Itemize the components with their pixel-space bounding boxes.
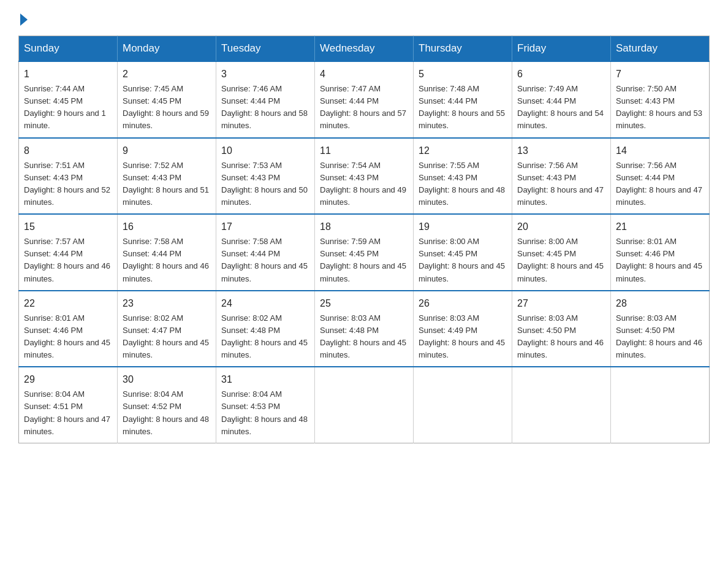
day-of-week-header: Thursday xyxy=(414,36,512,62)
day-info: Sunrise: 8:04 AMSunset: 4:51 PMDaylight:… xyxy=(24,388,112,438)
calendar-day-cell: 16Sunrise: 7:58 AMSunset: 4:44 PMDayligh… xyxy=(118,214,216,291)
day-number: 2 xyxy=(123,67,211,82)
calendar-day-cell: 29Sunrise: 8:04 AMSunset: 4:51 PMDayligh… xyxy=(19,367,118,443)
calendar-day-cell: 13Sunrise: 7:56 AMSunset: 4:43 PMDayligh… xyxy=(512,138,611,215)
day-number: 1 xyxy=(24,67,112,82)
day-info: Sunrise: 8:03 AMSunset: 4:50 PMDaylight:… xyxy=(517,312,605,362)
calendar-day-cell: 28Sunrise: 8:03 AMSunset: 4:50 PMDayligh… xyxy=(611,291,710,367)
logo xyxy=(18,12,28,23)
day-number: 18 xyxy=(320,220,408,234)
calendar-day-cell: 25Sunrise: 8:03 AMSunset: 4:48 PMDayligh… xyxy=(315,291,414,367)
calendar-day-cell: 14Sunrise: 7:56 AMSunset: 4:44 PMDayligh… xyxy=(611,138,710,215)
day-info: Sunrise: 7:57 AMSunset: 4:44 PMDaylight:… xyxy=(24,236,112,285)
day-info: Sunrise: 8:04 AMSunset: 4:53 PMDaylight:… xyxy=(221,388,309,438)
calendar-week-row: 15Sunrise: 7:57 AMSunset: 4:44 PMDayligh… xyxy=(19,214,710,291)
day-info: Sunrise: 8:02 AMSunset: 4:48 PMDaylight:… xyxy=(221,312,309,362)
day-number: 19 xyxy=(419,220,507,234)
day-of-week-header: Wednesday xyxy=(315,36,414,62)
calendar-day-cell: 19Sunrise: 8:00 AMSunset: 4:45 PMDayligh… xyxy=(414,214,512,291)
day-number: 31 xyxy=(221,372,309,387)
day-info: Sunrise: 8:03 AMSunset: 4:48 PMDaylight:… xyxy=(320,312,408,362)
calendar-day-cell: 31Sunrise: 8:04 AMSunset: 4:53 PMDayligh… xyxy=(216,367,315,443)
calendar-day-cell xyxy=(414,367,512,443)
day-number: 27 xyxy=(517,296,605,311)
calendar-day-cell: 3Sunrise: 7:46 AMSunset: 4:44 PMDaylight… xyxy=(216,61,315,138)
day-number: 14 xyxy=(616,144,704,158)
day-info: Sunrise: 7:45 AMSunset: 4:45 PMDaylight:… xyxy=(123,83,211,132)
day-info: Sunrise: 7:56 AMSunset: 4:44 PMDaylight:… xyxy=(616,159,704,209)
day-info: Sunrise: 8:01 AMSunset: 4:46 PMDaylight:… xyxy=(24,312,112,362)
calendar-day-cell: 30Sunrise: 8:04 AMSunset: 4:52 PMDayligh… xyxy=(118,367,216,443)
day-info: Sunrise: 7:50 AMSunset: 4:43 PMDaylight:… xyxy=(616,83,704,132)
day-info: Sunrise: 7:46 AMSunset: 4:44 PMDaylight:… xyxy=(221,83,309,132)
calendar-day-cell: 17Sunrise: 7:58 AMSunset: 4:44 PMDayligh… xyxy=(216,214,315,291)
day-info: Sunrise: 7:59 AMSunset: 4:45 PMDaylight:… xyxy=(320,236,408,285)
day-of-week-header: Tuesday xyxy=(216,36,315,62)
day-info: Sunrise: 7:54 AMSunset: 4:43 PMDaylight:… xyxy=(320,159,408,209)
calendar-day-cell: 24Sunrise: 8:02 AMSunset: 4:48 PMDayligh… xyxy=(216,291,315,367)
calendar-day-cell: 20Sunrise: 8:00 AMSunset: 4:45 PMDayligh… xyxy=(512,214,611,291)
day-info: Sunrise: 8:04 AMSunset: 4:52 PMDaylight:… xyxy=(123,388,211,438)
day-number: 6 xyxy=(517,67,605,82)
day-number: 28 xyxy=(616,296,704,311)
day-number: 20 xyxy=(517,220,605,234)
calendar-week-row: 22Sunrise: 8:01 AMSunset: 4:46 PMDayligh… xyxy=(19,291,710,367)
day-number: 29 xyxy=(24,372,112,387)
calendar-week-row: 29Sunrise: 8:04 AMSunset: 4:51 PMDayligh… xyxy=(19,367,710,443)
calendar-day-cell: 26Sunrise: 8:03 AMSunset: 4:49 PMDayligh… xyxy=(414,291,512,367)
page-header xyxy=(18,12,710,23)
day-info: Sunrise: 7:58 AMSunset: 4:44 PMDaylight:… xyxy=(221,236,309,285)
calendar-day-cell: 4Sunrise: 7:47 AMSunset: 4:44 PMDaylight… xyxy=(315,61,414,138)
day-number: 5 xyxy=(419,67,507,82)
calendar-day-cell: 10Sunrise: 7:53 AMSunset: 4:43 PMDayligh… xyxy=(216,138,315,215)
day-number: 26 xyxy=(419,296,507,311)
day-number: 12 xyxy=(419,144,507,158)
calendar-day-cell: 15Sunrise: 7:57 AMSunset: 4:44 PMDayligh… xyxy=(19,214,118,291)
day-info: Sunrise: 7:44 AMSunset: 4:45 PMDaylight:… xyxy=(24,83,112,132)
day-number: 24 xyxy=(221,296,309,311)
calendar-day-cell: 5Sunrise: 7:48 AMSunset: 4:44 PMDaylight… xyxy=(414,61,512,138)
day-info: Sunrise: 7:49 AMSunset: 4:44 PMDaylight:… xyxy=(517,83,605,132)
calendar-day-cell: 18Sunrise: 7:59 AMSunset: 4:45 PMDayligh… xyxy=(315,214,414,291)
day-number: 9 xyxy=(123,144,211,158)
day-info: Sunrise: 8:00 AMSunset: 4:45 PMDaylight:… xyxy=(419,236,507,285)
calendar-day-cell xyxy=(611,367,710,443)
day-of-week-header: Saturday xyxy=(611,36,710,62)
day-info: Sunrise: 7:51 AMSunset: 4:43 PMDaylight:… xyxy=(24,159,112,209)
calendar-day-cell: 22Sunrise: 8:01 AMSunset: 4:46 PMDayligh… xyxy=(19,291,118,367)
day-number: 13 xyxy=(517,144,605,158)
day-number: 15 xyxy=(24,220,112,234)
day-info: Sunrise: 7:52 AMSunset: 4:43 PMDaylight:… xyxy=(123,159,211,209)
day-info: Sunrise: 8:01 AMSunset: 4:46 PMDaylight:… xyxy=(616,236,704,285)
calendar-day-cell: 8Sunrise: 7:51 AMSunset: 4:43 PMDaylight… xyxy=(19,138,118,215)
day-of-week-header: Monday xyxy=(118,36,216,62)
day-number: 30 xyxy=(123,372,211,387)
day-number: 8 xyxy=(24,144,112,158)
day-number: 10 xyxy=(221,144,309,158)
day-number: 7 xyxy=(616,67,704,82)
day-number: 11 xyxy=(320,144,408,158)
calendar-day-cell: 27Sunrise: 8:03 AMSunset: 4:50 PMDayligh… xyxy=(512,291,611,367)
day-info: Sunrise: 7:55 AMSunset: 4:43 PMDaylight:… xyxy=(419,159,507,209)
calendar-day-cell: 6Sunrise: 7:49 AMSunset: 4:44 PMDaylight… xyxy=(512,61,611,138)
day-number: 23 xyxy=(123,296,211,311)
calendar-day-cell: 11Sunrise: 7:54 AMSunset: 4:43 PMDayligh… xyxy=(315,138,414,215)
calendar-day-cell xyxy=(315,367,414,443)
day-info: Sunrise: 8:03 AMSunset: 4:49 PMDaylight:… xyxy=(419,312,507,362)
day-info: Sunrise: 7:48 AMSunset: 4:44 PMDaylight:… xyxy=(419,83,507,132)
calendar-header-row: SundayMondayTuesdayWednesdayThursdayFrid… xyxy=(19,36,710,62)
day-info: Sunrise: 8:02 AMSunset: 4:47 PMDaylight:… xyxy=(123,312,211,362)
day-number: 21 xyxy=(616,220,704,234)
day-of-week-header: Friday xyxy=(512,36,611,62)
day-of-week-header: Sunday xyxy=(19,36,118,62)
day-info: Sunrise: 7:56 AMSunset: 4:43 PMDaylight:… xyxy=(517,159,605,209)
day-info: Sunrise: 8:00 AMSunset: 4:45 PMDaylight:… xyxy=(517,236,605,285)
calendar-day-cell: 12Sunrise: 7:55 AMSunset: 4:43 PMDayligh… xyxy=(414,138,512,215)
day-info: Sunrise: 7:53 AMSunset: 4:43 PMDaylight:… xyxy=(221,159,309,209)
calendar-day-cell: 21Sunrise: 8:01 AMSunset: 4:46 PMDayligh… xyxy=(611,214,710,291)
day-number: 4 xyxy=(320,67,408,82)
calendar-day-cell: 1Sunrise: 7:44 AMSunset: 4:45 PMDaylight… xyxy=(19,61,118,138)
calendar-table: SundayMondayTuesdayWednesdayThursdayFrid… xyxy=(18,36,710,443)
day-number: 17 xyxy=(221,220,309,234)
calendar-week-row: 1Sunrise: 7:44 AMSunset: 4:45 PMDaylight… xyxy=(19,61,710,138)
